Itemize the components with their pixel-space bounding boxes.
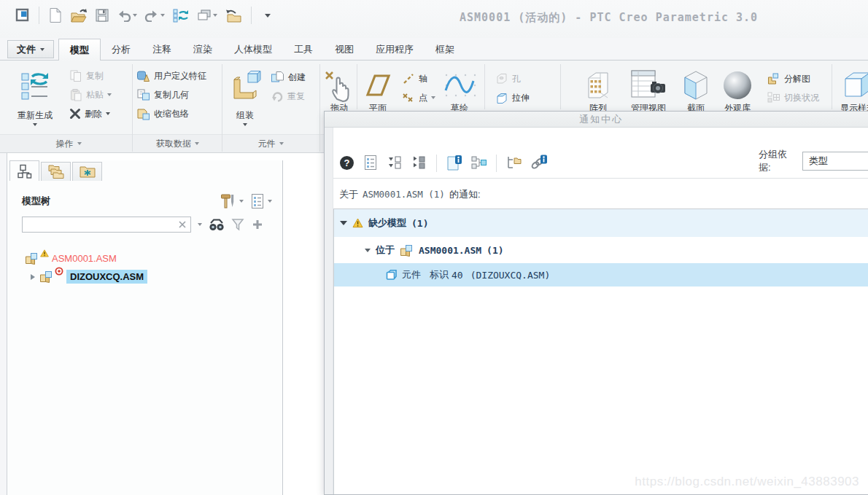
clear-search-icon[interactable]: [174, 221, 190, 228]
notification-center-titlebar[interactable]: 通知中心: [325, 112, 868, 128]
tab-render[interactable]: 渲染: [182, 39, 223, 60]
tab-file[interactable]: 文件: [7, 40, 54, 58]
ribbon-group-get-data[interactable]: 获取数据: [134, 135, 221, 152]
hole-button[interactable]: 孔: [493, 69, 556, 88]
tab-view[interactable]: 视图: [324, 39, 365, 60]
tree-item-asm0001[interactable]: ASM0001.ASM: [7, 249, 282, 268]
ribbon-group-operations[interactable]: 操作: [6, 135, 131, 152]
tab-applications[interactable]: 应用程序: [365, 39, 425, 60]
tab-label: 模型: [70, 44, 89, 57]
drag-button[interactable]: 拖动: [322, 68, 357, 114]
shrinkwrap-button[interactable]: 收缩包络: [134, 104, 220, 123]
close-window-button[interactable]: [222, 5, 244, 26]
create-icon: [271, 71, 284, 84]
tab-framework[interactable]: 框架: [425, 39, 465, 60]
create-label: 创建: [288, 71, 306, 84]
extrude-button[interactable]: 拉伸: [493, 88, 556, 107]
create-button[interactable]: 创建: [268, 68, 318, 87]
filter-button[interactable]: [231, 218, 245, 231]
ribbon-group-component[interactable]: 元件: [223, 135, 318, 152]
notification-group-located-in[interactable]: 位于 ASM0001.ASM (1): [334, 237, 868, 263]
shrinkwrap-label: 收缩包络: [154, 108, 189, 120]
locate-in-tree-button[interactable]: [470, 153, 487, 172]
show-notification-details-button[interactable]: [446, 153, 463, 172]
toggle-status-icon: [767, 91, 780, 104]
tree-item-dizouxcq[interactable]: DIZOUXCQ.ASM: [7, 268, 282, 286]
appearance-sphere-icon: [721, 68, 753, 103]
new-file-button[interactable]: [46, 5, 65, 26]
navigator-tab-folder-browser[interactable]: [41, 162, 71, 181]
search-history-caret-icon[interactable]: [198, 223, 202, 226]
regenerate-button[interactable]: 重新生成: [4, 62, 66, 126]
drag-hand-icon: [323, 68, 355, 103]
help-button[interactable]: ?: [338, 153, 355, 172]
tab-model[interactable]: 模型: [58, 39, 101, 61]
notification-list: 缺少模型 (1) 位于 ASM0001.ASM (1) 元件 标识: [333, 208, 868, 494]
model-tree-search-input[interactable]: [23, 218, 174, 231]
notification-item-component[interactable]: 元件 标识 40 (DIZOUXCQ.ASM): [334, 263, 868, 287]
model-tree-tools-button[interactable]: [220, 193, 244, 209]
tab-label: 分析: [112, 43, 131, 56]
navigator-tab-model-tree[interactable]: [9, 160, 39, 181]
redo-button[interactable]: [142, 5, 167, 26]
exploded-view-button[interactable]: 分解图: [764, 69, 840, 88]
tab-tools[interactable]: 工具: [283, 39, 324, 60]
manage-views-button[interactable]: 管理视图: [620, 68, 677, 114]
model-tree-tab-icon: [18, 164, 32, 179]
group-by-combobox[interactable]: 类型: [802, 152, 868, 171]
open-source-folder-button[interactable]: [505, 153, 523, 172]
row-file: (DIZOUXCQ.ASM): [470, 270, 551, 281]
row-label: 缺少模型: [368, 217, 406, 230]
section-button[interactable]: 截面: [677, 68, 715, 114]
expand-arrow-icon[interactable]: [31, 274, 35, 280]
repeat-button[interactable]: 重复: [268, 87, 318, 106]
customize-toolbar-button[interactable]: [258, 5, 277, 26]
notification-group-missing-models[interactable]: 缺少模型 (1): [334, 209, 868, 237]
add-filter-button[interactable]: [252, 219, 263, 230]
notification-settings-button[interactable]: [362, 153, 379, 172]
model-tree-settings-button[interactable]: [251, 193, 272, 209]
hole-label: 孔: [512, 73, 521, 85]
funnel-icon: [231, 218, 245, 231]
display-style-button[interactable]: 显示样式: [836, 68, 868, 114]
assemble-button[interactable]: 组装: [223, 62, 267, 126]
system-menu-button[interactable]: [13, 5, 32, 26]
plane-button[interactable]: 平面: [359, 68, 397, 114]
tab-manikin[interactable]: 人体模型: [223, 39, 283, 60]
settings-list-icon: [364, 155, 377, 171]
pattern-button[interactable]: 阵列: [575, 68, 621, 114]
row-id-label: 标识: [430, 268, 449, 281]
undo-button[interactable]: [115, 5, 139, 26]
reference-info-button[interactable]: [530, 153, 548, 172]
open-button[interactable]: [68, 5, 90, 26]
toggle-status-button[interactable]: 切换状况: [764, 88, 840, 107]
copy-icon: [69, 69, 82, 82]
collapse-all-button[interactable]: [410, 153, 427, 172]
tab-analysis[interactable]: 分析: [101, 39, 142, 60]
delete-button[interactable]: 删除: [67, 104, 130, 123]
windows-button[interactable]: [195, 5, 220, 26]
navigator-tab-favorites[interactable]: [72, 162, 102, 181]
collapse-caret-icon[interactable]: [340, 221, 347, 225]
ribbon-separator: [357, 64, 357, 109]
copy-geometry-button[interactable]: 复制几何: [134, 85, 220, 104]
favorites-folder-icon: [79, 165, 96, 179]
point-label: 点: [419, 92, 427, 104]
regenerate-quick-button[interactable]: [170, 5, 192, 26]
assembly-icon: [400, 244, 414, 257]
find-button[interactable]: [209, 218, 225, 231]
toolbar-separator: [436, 155, 437, 172]
collapse-caret-icon[interactable]: [365, 249, 371, 252]
tab-annotate[interactable]: 注释: [142, 39, 182, 60]
appearance-gallery-button[interactable]: 外观库: [715, 68, 760, 114]
expand-all-button[interactable]: [386, 153, 403, 172]
copy-button[interactable]: 复制: [67, 66, 130, 85]
redo-icon: [144, 9, 159, 22]
plane-icon: [360, 68, 395, 103]
sketch-button[interactable]: 草绘: [439, 68, 480, 114]
paste-button[interactable]: 粘贴: [67, 85, 130, 104]
delete-label: 删除: [85, 108, 102, 120]
save-button[interactable]: [93, 5, 112, 26]
model-display-column: 分解图 切换状况: [764, 69, 840, 107]
user-defined-feature-button[interactable]: 用户定义特征: [134, 66, 220, 85]
